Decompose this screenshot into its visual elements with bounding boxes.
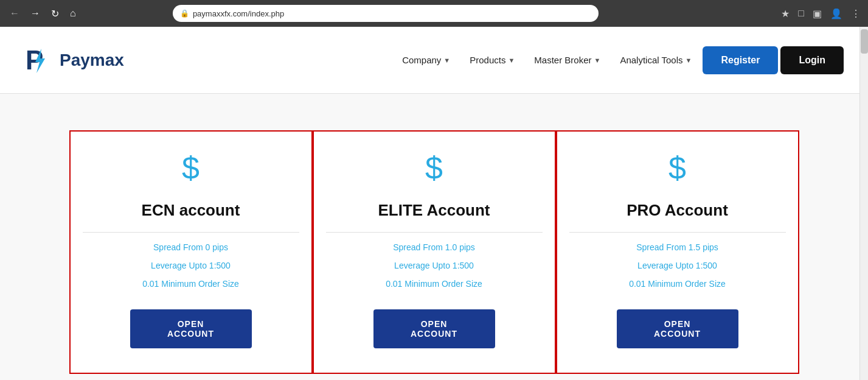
- menu-icon[interactable]: ⋮: [851, 8, 861, 19]
- logo-text: Paymax: [60, 51, 124, 70]
- extensions-icon[interactable]: □: [798, 8, 804, 19]
- browser-actions: ★ □ ▣ 👤 ⋮: [781, 8, 861, 19]
- elite-account-card: $ ELITE Account Spread From 1.0 pips Lev…: [313, 130, 556, 374]
- home-button[interactable]: ⌂: [68, 5, 78, 21]
- url-display: paymaxxfx.com/index.php: [193, 9, 591, 18]
- scrollbar-thumb[interactable]: [861, 29, 868, 54]
- nav-company-label: Company: [402, 55, 441, 65]
- elite-open-account-button[interactable]: OPEN ACCOUNT: [373, 309, 495, 348]
- nav-company[interactable]: Company ▼: [394, 50, 459, 70]
- account-cards-wrapper: $ ECN account Spread From 0 pips Leverag…: [69, 130, 799, 374]
- navbar: P Paymax Company ▼ Products ▼ Master Bro…: [0, 27, 868, 94]
- pro-account-card: $ PRO Account Spread From 1.5 pips Lever…: [556, 130, 799, 374]
- pro-feature-spread: Spread From 1.5 pips: [636, 242, 718, 252]
- back-button[interactable]: ←: [7, 5, 22, 21]
- nav-products-label: Products: [470, 55, 505, 65]
- lock-icon: 🔒: [180, 9, 189, 18]
- ecn-feature-spread: Spread From 0 pips: [153, 242, 228, 252]
- logo-icon: P: [24, 45, 55, 76]
- tab-icon[interactable]: ▣: [813, 8, 822, 19]
- ecn-open-account-button[interactable]: OPEN ACCOUNT: [130, 309, 252, 348]
- ecn-feature-leverage: Leverage Upto 1:500: [151, 261, 231, 270]
- pro-account-title: PRO Account: [627, 201, 728, 220]
- profile-icon[interactable]: 👤: [830, 8, 842, 19]
- nav-analytical-tools[interactable]: Analytical Tools ▼: [611, 50, 700, 70]
- elite-feature-order-size: 0.01 Minimum Order Size: [386, 279, 482, 289]
- ecn-account-title: ECN account: [142, 201, 240, 220]
- elite-account-title: ELITE Account: [378, 201, 490, 220]
- forward-button[interactable]: →: [28, 5, 43, 21]
- main-content: $ ECN account Spread From 0 pips Leverag…: [0, 94, 868, 380]
- pro-feature-leverage: Leverage Upto 1:500: [637, 261, 717, 270]
- elite-divider: [326, 232, 543, 233]
- ecn-dollar-icon: $: [182, 150, 200, 186]
- nav-master-broker-chevron: ▼: [594, 57, 601, 64]
- nav-master-broker[interactable]: Master Broker ▼: [526, 50, 609, 70]
- pro-divider: [569, 232, 786, 233]
- address-bar[interactable]: 🔒 paymaxxfx.com/index.php: [173, 5, 599, 22]
- nav-master-broker-label: Master Broker: [534, 55, 591, 65]
- scrollbar-track[interactable]: [859, 27, 868, 380]
- pro-feature-order-size: 0.01 Minimum Order Size: [629, 279, 726, 289]
- nav-analytical-tools-label: Analytical Tools: [620, 55, 682, 65]
- ecn-account-card: $ ECN account Spread From 0 pips Leverag…: [69, 130, 313, 374]
- pro-open-account-button[interactable]: OPEN ACCOUNT: [617, 309, 738, 348]
- login-button[interactable]: Login: [780, 46, 844, 74]
- ecn-feature-order-size: 0.01 Minimum Order Size: [142, 279, 239, 289]
- browser-chrome: ← → ↻ ⌂ 🔒 paymaxxfx.com/index.php ★ □ ▣ …: [0, 0, 868, 27]
- ecn-divider: [83, 232, 299, 233]
- pro-dollar-icon: $: [668, 150, 686, 186]
- logo-link[interactable]: P Paymax: [24, 45, 124, 76]
- elite-dollar-icon: $: [425, 150, 443, 186]
- page-wrapper: P Paymax Company ▼ Products ▼ Master Bro…: [0, 27, 868, 380]
- star-icon[interactable]: ★: [781, 8, 790, 19]
- nav-analytical-tools-chevron: ▼: [686, 57, 692, 64]
- reload-button[interactable]: ↻: [49, 5, 61, 22]
- register-button[interactable]: Register: [703, 46, 778, 74]
- nav-links: Company ▼ Products ▼ Master Broker ▼ Ana…: [394, 46, 844, 74]
- nav-company-chevron: ▼: [443, 57, 450, 64]
- nav-products-chevron: ▼: [508, 57, 515, 64]
- nav-products[interactable]: Products ▼: [461, 50, 523, 70]
- elite-feature-leverage: Leverage Upto 1:500: [394, 261, 474, 270]
- elite-feature-spread: Spread From 1.0 pips: [393, 242, 475, 252]
